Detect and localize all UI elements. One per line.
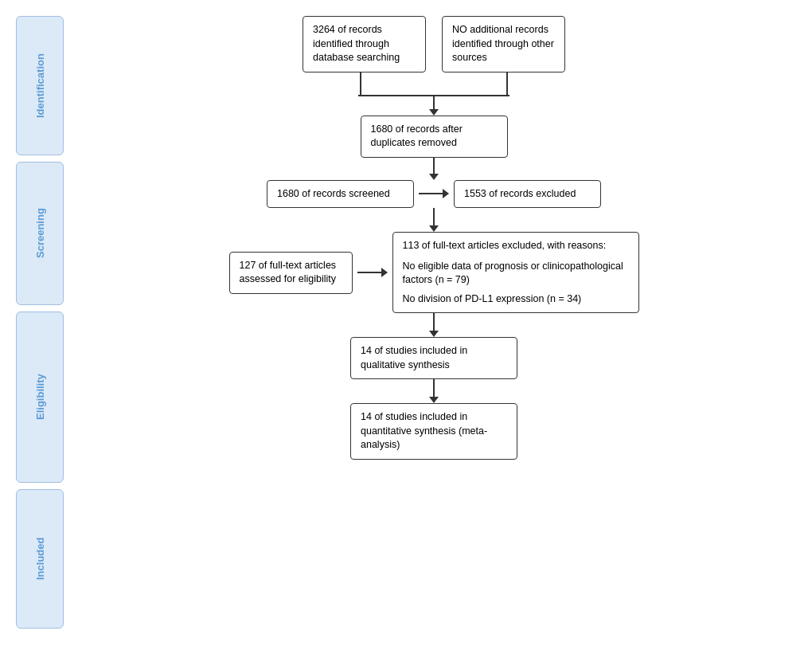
- left-merge-line: [360, 72, 361, 95]
- arrow-to-screened: [429, 158, 439, 180]
- merge-arrow-down: [429, 96, 439, 116]
- phase-screening-label: Screening: [16, 162, 64, 305]
- arrow-to-fulltext: [429, 208, 439, 232]
- full-text-excluded-box: 113 of full-text articles excluded, with…: [392, 232, 639, 313]
- phase-eligibility-label: Eligibility: [16, 311, 64, 483]
- arrow-to-excluded: [419, 189, 449, 198]
- quantitative-box: 14 of studies included in quantitative s…: [350, 403, 517, 460]
- db-search-box: 3264 of records identified through datab…: [303, 16, 426, 72]
- excluded-box: 1553 of records excluded: [454, 180, 601, 209]
- phase-labels: Identification Screening Eligibility Inc…: [16, 16, 64, 629]
- phase-included-label: Included: [16, 489, 64, 629]
- phase-identification-label: Identification: [16, 16, 64, 155]
- after-duplicates-box: 1680 of records after duplicates removed: [361, 116, 508, 158]
- full-text-excluded-title: 113 of full-text articles excluded, with…: [403, 239, 629, 253]
- full-text-box: 127 of full-text articles assessed for e…: [229, 252, 353, 294]
- identification-top-boxes: 3264 of records identified through datab…: [72, 16, 796, 72]
- arrow-to-quantitative: [429, 379, 439, 403]
- right-merge-line: [506, 72, 508, 95]
- qualitative-box: 14 of studies included in qualitative sy…: [350, 337, 517, 379]
- arrow-to-qualitative: [429, 313, 439, 337]
- eligibility-row: 127 of full-text articles assessed for e…: [229, 232, 639, 313]
- full-text-excluded-reason2: No division of PD-L1 expression (n = 34): [403, 292, 629, 307]
- screening-row: 1680 of records screened 1553 of records…: [267, 180, 601, 209]
- other-sources-box: NO additional records identified through…: [442, 16, 565, 72]
- full-text-excluded-reason1: No eligible data of prognosis or clinico…: [403, 260, 629, 288]
- flow-content: 3264 of records identified through datab…: [72, 16, 796, 629]
- arrow-to-full-text-excluded: [357, 268, 388, 277]
- prisma-diagram: Identification Screening Eligibility Inc…: [16, 16, 796, 629]
- screened-box: 1680 of records screened: [267, 180, 414, 209]
- merge-connector: [299, 72, 569, 116]
